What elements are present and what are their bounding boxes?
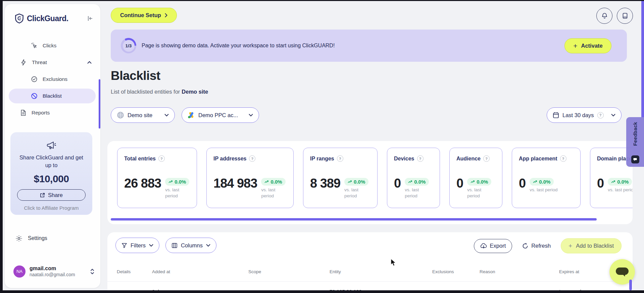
gear-icon [15,235,22,242]
help-icon[interactable]: ? [597,112,604,118]
table-header-row: Details Added at Scope Entity Exclusions… [107,266,630,277]
stats-panel: Total entries? 26 883 0.0% vs. last peri… [107,141,633,224]
stat-delta: 0.0% [414,179,426,185]
sidebar-item-clicks[interactable]: Clicks [5,38,100,53]
stat-value: 0 [519,176,526,191]
help-icon[interactable]: ? [158,155,165,162]
stat-delta: 0.0% [617,179,629,185]
share-button[interactable]: Share [17,189,86,201]
window-frame [0,0,3,293]
trend-up-icon [470,180,475,183]
banner-message: Page is showing demo data. Activate your… [142,30,335,62]
trend-up-icon [408,180,412,183]
sidebar-item-label: Threat [32,59,47,65]
site-selector[interactable]: Demo site [111,107,175,123]
globe-icon [117,111,124,119]
table-divider [107,281,633,282]
export-button[interactable]: Export [474,239,512,253]
stat-delta: 0.0% [354,179,365,185]
add-to-blacklist-button[interactable]: + Add to Blacklist [561,238,622,253]
trend-badge: 0.0% [467,178,491,186]
stat-card-total-entries: Total entries? 26 883 0.0% vs. last peri… [117,148,197,208]
stat-label: Audience [456,156,481,162]
stat-value: 8 389 [310,176,340,191]
cursor-click-icon [31,42,38,49]
activate-button[interactable]: + Activate [564,38,611,53]
chevron-down-icon [611,114,615,116]
ppc-account-selector[interactable]: Demo PPC ac... [182,107,259,123]
feedback-label: Feedback [632,122,638,146]
help-icon[interactable]: ? [337,155,343,162]
columns-button[interactable]: Columns [165,238,216,253]
app-window: ClickGuard. Clicks [0,0,644,293]
sidebar-item-exclusions[interactable]: Exclusions [5,72,100,87]
brand-name: ClickGuard. [27,14,68,23]
sidebar-item-threat[interactable]: Threat [5,55,100,70]
collapse-sidebar-icon[interactable] [87,16,93,21]
help-icon[interactable]: ? [560,155,566,162]
chevron-up-icon[interactable] [87,61,92,64]
mouse-cursor [390,258,398,266]
badge-check-icon [31,76,38,83]
table-vertical-scrollbar-thumb[interactable] [629,280,632,290]
help-icon[interactable]: ? [417,155,424,162]
bell-icon [601,12,608,19]
stats-horizontal-scrollbar-thumb[interactable] [111,218,597,221]
shield-logo-icon [15,13,24,23]
trend-up-icon [348,180,352,183]
site-selector-value: Demo site [128,112,152,118]
table-toolbar-left: Filters Columns [115,238,216,253]
stat-vs-label: vs. last period [467,187,488,199]
trend-badge: 0.0% [530,178,554,186]
stat-vs-label: vs. last period [608,187,633,193]
column-header-exclusions: Exclusions [432,269,480,274]
docs-button[interactable] [617,8,633,24]
account-name: gmail.com [30,265,75,272]
sidebar-item-label: Reports [32,110,50,116]
table-toolbar-right: Export Refresh + Add to Blacklist [474,238,622,253]
affiliate-promo-card: Share ClickGuard and get up to $10,000 S… [10,132,92,215]
page-title: Blacklist [111,69,160,83]
notifications-button[interactable] [596,8,612,24]
date-range-selector[interactable]: Last 30 days ? [547,107,622,123]
trend-badge: 0.0% [608,178,632,186]
chevron-right-icon [165,13,167,17]
stat-vs-label: vs. last period [261,187,282,199]
sidebar-item-blacklist[interactable]: Blacklist [9,89,96,103]
promo-amount: $10,000 [10,173,92,185]
trend-badge: 0.0% [261,178,285,186]
stat-label: IP addresses [213,156,246,162]
chevron-down-icon [206,244,210,247]
page-subtitle: List of blacklisted entities forDemo sit… [111,89,208,95]
stat-value: 0 [456,176,463,191]
sidebar-scrollbar-thumb[interactable] [99,79,100,129]
stat-delta: 0.0% [175,179,186,185]
feedback-tab[interactable]: Feedback [626,117,644,167]
help-icon[interactable]: ? [483,155,490,162]
continue-setup-button[interactable]: Continue Setup [111,8,177,23]
filters-button[interactable]: Filters [115,238,159,253]
document-icon [20,109,27,116]
refresh-button[interactable]: Refresh [520,242,553,249]
no-entry-icon [31,93,38,99]
stat-card-devices: Devices? 0 0.0% vs. last period [387,148,440,208]
stat-label: App placement [519,156,557,162]
sidebar-item-reports[interactable]: Reports [5,105,100,120]
chevron-updown-icon[interactable] [90,268,94,275]
promo-footer-text: Click to Affiliate Program [10,205,92,211]
lightning-icon [20,59,27,66]
stat-label: Devices [394,156,414,162]
page-scrollbar-thumb[interactable] [641,1,644,117]
account-switcher[interactable]: NA gmail.com naatali.ro@gmail.com [13,265,94,278]
stat-delta: 0.0% [477,179,488,185]
stat-value: 184 983 [213,176,257,191]
settings-label: Settings [28,235,47,241]
help-icon[interactable]: ? [249,155,255,162]
trend-badge: 0.0% [165,178,189,186]
trend-badge: 0.0% [405,178,429,186]
sidebar-item-settings[interactable]: Settings [5,231,100,246]
refresh-label: Refresh [531,243,551,249]
window-frame [0,0,644,1]
page-subtitle-text: List of blacklisted entities for [111,89,180,95]
brand-logo: ClickGuard. [15,13,93,23]
